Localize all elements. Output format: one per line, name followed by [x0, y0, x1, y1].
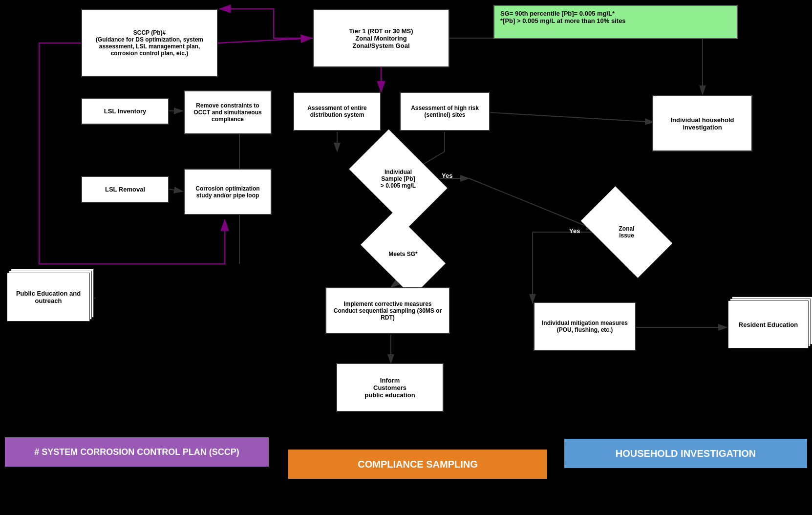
- compliance-sampling-text: COMPLIANCE SAMPLING: [358, 459, 478, 470]
- individual-mitigation-box: Individual mitigation measures (POU, flu…: [534, 302, 636, 351]
- zonal-issue-diamond: Zonalissue: [586, 208, 667, 257]
- inform-customers-box: InformCustomerspublic education: [336, 363, 444, 412]
- corrosion-opt-text: Corrosion optimization study and/or pipe…: [189, 185, 267, 199]
- sccp-label-text: # SYSTEM CORROSION CONTROL PLAN (SCCP): [34, 447, 239, 457]
- paper-front: Public Education and outreach: [7, 273, 90, 322]
- household-investigation-text: HOUSEHOLD INVESTIGATION: [616, 448, 756, 459]
- meets-sg-text: Meets SG*: [386, 249, 419, 259]
- svg-line-18: [469, 178, 595, 230]
- individual-sample-text: IndividualSample [Pb]> 0.005 mg/L: [379, 167, 418, 191]
- svg-line-13: [169, 189, 183, 192]
- implement-corrective-box: Implement corrective measuresConduct seq…: [325, 287, 450, 334]
- sccp-box: SCCP (Pb)#(Guidance for DS optimization,…: [81, 9, 218, 77]
- lsl-removal-box: LSL Removal: [81, 176, 169, 203]
- assess-highrise-text: Assessment of high risk (sentinel) sites: [405, 105, 485, 118]
- lsl-inventory-box: LSL Inventory: [81, 98, 169, 125]
- household-investigation-label: HOUSEHOLD INVESTIGATION: [564, 439, 807, 468]
- sccp-bottom-label: # SYSTEM CORROSION CONTROL PLAN (SCCP): [5, 437, 269, 467]
- individual-mitigation-text: Individual mitigation measures (POU, flu…: [538, 320, 631, 333]
- remove-constraints-text: Remove constraints to OCCT and simultane…: [189, 102, 267, 123]
- tier1-text: Tier 1 (RDT or 30 MS)Zonal MonitoringZon…: [349, 27, 413, 49]
- lsl-inventory-text: LSL Inventory: [104, 107, 146, 115]
- sccp-text: SCCP (Pb)#(Guidance for DS optimization,…: [86, 29, 213, 57]
- assess-distrib-box: Assessment of entire distribution system: [293, 92, 381, 131]
- yes-label-2: Yes: [569, 227, 580, 235]
- assess-distrib-text: Assessment of entire distribution system: [298, 105, 376, 118]
- implement-corrective-text: Implement corrective measuresConduct seq…: [330, 300, 445, 321]
- inform-customers-text: InformCustomerspublic education: [364, 377, 415, 399]
- public-education-stack: Public Education and outreach: [7, 273, 95, 326]
- paper-front-r: Resident Education: [728, 300, 809, 348]
- individual-household-text: Individual household investigation: [657, 116, 748, 131]
- assess-highrise-box: Assessment of high risk (sentinel) sites: [400, 92, 490, 131]
- tier1-box: Tier 1 (RDT or 30 MS)Zonal MonitoringZon…: [313, 9, 449, 67]
- lsl-removal-text: LSL Removal: [105, 186, 145, 193]
- info-box-text: SG= 90th percentile [Pb]= 0.005 mg/L**[P…: [500, 10, 731, 24]
- info-box: SG= 90th percentile [Pb]= 0.005 mg/L**[P…: [493, 5, 738, 39]
- svg-line-17: [489, 112, 654, 122]
- corrosion-opt-box: Corrosion optimization study and/or pipe…: [184, 169, 272, 215]
- meets-sg-diamond: Meets SG*: [366, 231, 440, 278]
- svg-line-3: [218, 38, 312, 43]
- yes-label-1: Yes: [442, 172, 452, 179]
- individual-household-box: Individual household investigation: [652, 95, 752, 151]
- compliance-sampling-label: COMPLIANCE SAMPLING: [288, 450, 547, 479]
- individual-sample-diamond: IndividualSample [Pb]> 0.005 mg/L: [357, 150, 440, 207]
- zonal-issue-text: Zonalissue: [617, 223, 637, 241]
- remove-constraints-box: Remove constraints to OCCT and simultane…: [184, 90, 272, 134]
- resident-education-stack: Resident Education: [728, 300, 812, 354]
- flowchart: SG= 90th percentile [Pb]= 0.005 mg/L**[P…: [0, 0, 812, 515]
